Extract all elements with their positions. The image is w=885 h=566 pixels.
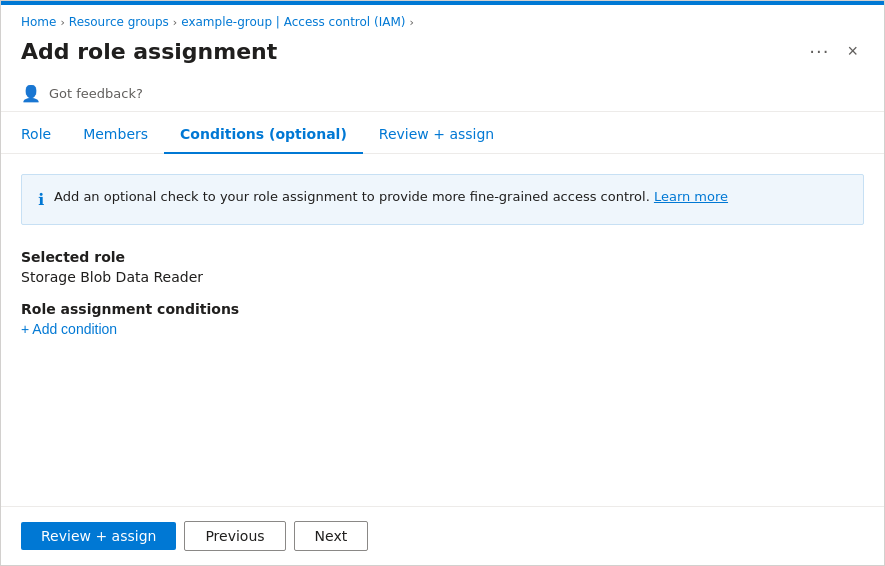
add-condition-button[interactable]: + Add condition [21,321,117,337]
close-button[interactable]: × [841,39,864,64]
content-area: ℹ Add an optional check to your role ass… [1,154,884,506]
panel-header: Add role assignment ··· × [1,35,884,76]
breadcrumb-resource-groups[interactable]: Resource groups [69,15,169,29]
breadcrumb-access-control[interactable]: example-group | Access control (IAM) [181,15,405,29]
info-text: Add an optional check to your role assig… [54,187,728,212]
feedback-text[interactable]: Got feedback? [49,86,143,101]
info-box: ℹ Add an optional check to your role ass… [21,174,864,225]
review-assign-button[interactable]: Review + assign [21,522,176,550]
tab-conditions[interactable]: Conditions (optional) [164,116,363,154]
breadcrumb-sep-1: › [60,16,64,29]
breadcrumb-sep-3: › [409,16,413,29]
tab-review-assign[interactable]: Review + assign [363,116,510,154]
learn-more-link[interactable]: Learn more [654,189,728,204]
info-icon: ℹ [38,188,44,212]
tab-role[interactable]: Role [21,116,67,154]
header-actions: ··· × [809,39,864,64]
selected-role-value: Storage Blob Data Reader [21,269,864,285]
next-button[interactable]: Next [294,521,369,551]
selected-role-label: Selected role [21,249,864,265]
feedback-icon: 👤 [21,84,41,103]
info-box-text: Add an optional check to your role assig… [54,189,650,204]
breadcrumb-home[interactable]: Home [21,15,56,29]
footer: Review + assign Previous Next [1,506,884,565]
tab-bar: Role Members Conditions (optional) Revie… [1,116,884,154]
page-title: Add role assignment [21,39,277,64]
breadcrumb-sep-2: › [173,16,177,29]
feedback-bar: 👤 Got feedback? [1,76,884,112]
previous-button[interactable]: Previous [184,521,285,551]
breadcrumb: Home › Resource groups › example-group |… [1,5,884,35]
more-options-icon[interactable]: ··· [809,41,829,62]
conditions-label: Role assignment conditions [21,301,864,317]
add-role-assignment-panel: Home › Resource groups › example-group |… [0,0,885,566]
tab-members[interactable]: Members [67,116,164,154]
